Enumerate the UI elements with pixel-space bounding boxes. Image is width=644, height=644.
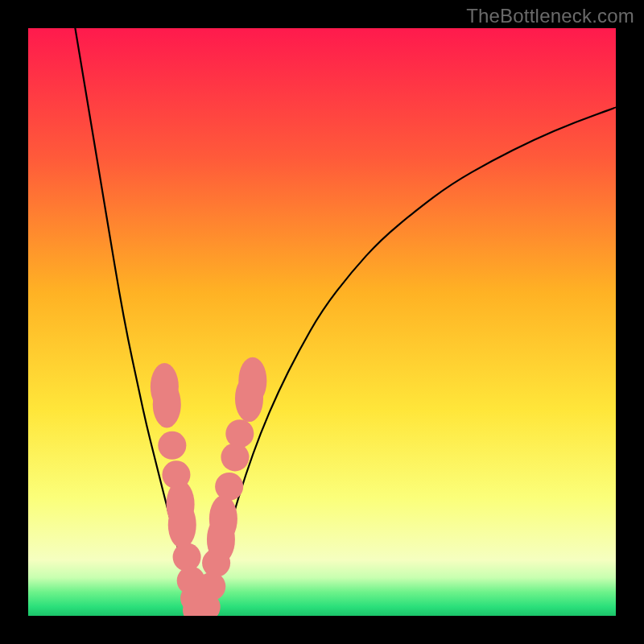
left-branch-markers-2 [158,431,186,460]
left-branch-markers-5 [168,502,196,548]
plot-area [28,28,616,616]
right-branch-markers-6 [225,419,254,448]
watermark-text: TheBottleneck.com [466,5,634,27]
right-branch-markers-5 [221,443,249,471]
curve-right-branch [201,108,616,610]
left-branch-markers-6 [173,543,201,571]
left-branch-markers-1 [153,381,181,427]
right-branch-markers-8 [238,357,266,404]
right-branch-markers-3 [209,495,237,542]
right-branch-markers-4 [215,473,243,501]
right-branch-markers-0 [197,572,225,601]
chart-frame: TheBottleneck.com [0,0,644,644]
curve-layer [28,28,616,616]
